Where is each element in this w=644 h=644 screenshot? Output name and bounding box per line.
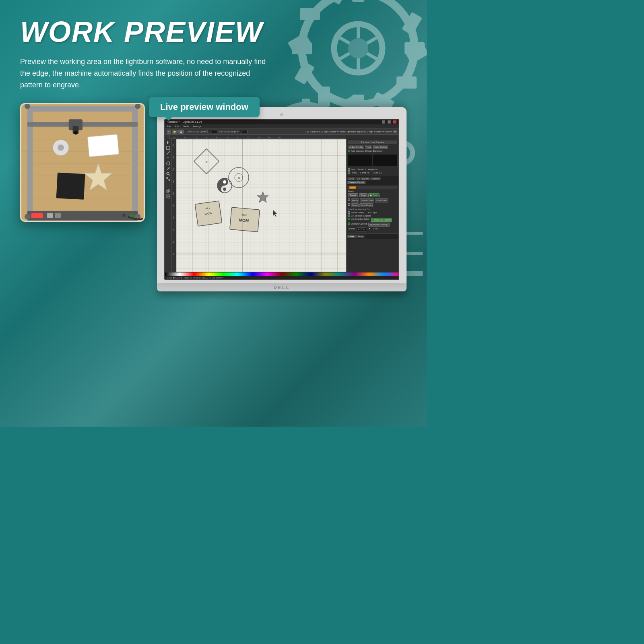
lb-home-cb[interactable] [348, 203, 350, 206]
lb-start-btn[interactable]: ▶ Start [368, 193, 380, 197]
svg-text:✿: ✿ [206, 161, 208, 163]
lb-bottom-tab-laser[interactable]: Laser [347, 235, 355, 238]
lb-close-btn[interactable]: × [393, 120, 396, 124]
lb-laser-row6: ✓ Use Selection Origin + Show Last Posit… [348, 218, 397, 222]
lb-minimize-btn[interactable]: ─ [382, 120, 385, 124]
lb-tab-camera[interactable]: Camera Control [347, 181, 365, 184]
lb-show-cb[interactable]: ✓ [348, 171, 350, 174]
lb-camera-fields: ✓ Fade Width 0.0 Height 0.0 [348, 168, 397, 171]
lb-pss-buttons: Pause Stop ▶ Start [348, 193, 397, 197]
svg-text:40: 40 [206, 136, 208, 138]
lb-tool-layers[interactable] [166, 194, 170, 198]
svg-point-63 [58, 144, 64, 151]
lb-grbl-value: GRBL [373, 227, 379, 231]
lb-run-gcode-btn[interactable]: Run GCode [375, 198, 388, 202]
lb-bottom-tab-library[interactable]: Library [355, 235, 365, 238]
svg-text:0: 0 [172, 265, 174, 266]
svg-point-125 [223, 180, 226, 184]
lb-tool-text[interactable]: T [166, 156, 170, 160]
svg-point-58 [74, 130, 78, 134]
svg-text:⚙: ⚙ [237, 176, 240, 180]
lb-colorbar [165, 272, 398, 276]
lb-rotary-cb[interactable] [348, 211, 350, 214]
lb-camera-screen-right [373, 155, 398, 166]
lb-canvas-area: ✿ ⚙ [176, 139, 346, 272]
lb-statusbar: Move ◉ Size ⊕ Rotate ⊕ Shear x: 631.00, … [165, 276, 398, 279]
lb-camera-panel: Camera: Use Camera Update Overlay Trace … [347, 139, 398, 176]
lb-fade-cb[interactable]: ✓ [348, 168, 350, 171]
lb-frame-cb[interactable] [348, 198, 350, 201]
lb-show-last-pos-btn[interactable]: + Show Last Position [371, 218, 392, 222]
lb-maximize-btn[interactable]: □ [388, 120, 391, 124]
lb-menu-file[interactable]: File [167, 125, 171, 128]
lb-frame-btn[interactable]: Frame [351, 198, 359, 202]
lb-ruler-top: -100 -80 0 40 80 120 160 200 240 [170, 135, 346, 139]
svg-text:40: 40 [172, 253, 174, 255]
lb-tool-nodes[interactable] [166, 177, 170, 181]
lb-tool-select[interactable] [166, 146, 170, 150]
laptop-container: <untitled> * - LightBurn 1.1.04 ─ □ × Fi… [157, 107, 407, 291]
lb-trace-btn[interactable]: Trace [365, 145, 373, 149]
lb-save-btn[interactable]: 💾 [178, 130, 184, 134]
lb-opt-settings-btn[interactable]: Optimization Settings [368, 223, 390, 227]
lb-auto-brightness-cb[interactable]: ✓ [365, 150, 367, 152]
svg-point-88 [167, 162, 170, 165]
lb-coords2: XPos 96.07 | Height: [219, 130, 248, 133]
lb-show-label: Show [352, 171, 357, 174]
svg-text:240: 240 [172, 192, 174, 194]
lb-settings-icon[interactable]: ⚙ [393, 130, 397, 133]
laptop-section: Live preview window <untitled> * - Light… [157, 103, 407, 291]
lb-tool-pointer[interactable] [166, 140, 170, 144]
laser-machine-photo [20, 103, 145, 222]
lb-optimize-cb[interactable]: ✓ [348, 223, 350, 225]
lb-auto-brightness-label: Auto Brightness [368, 150, 382, 152]
lb-pause-btn[interactable]: Pause [348, 193, 358, 197]
svg-text:280: 280 [268, 136, 270, 138]
lb-cut-selected-cb[interactable]: ✓ [348, 215, 350, 217]
lb-tool-pen[interactable] [166, 167, 170, 171]
lb-menu-arrange[interactable]: Arrange [193, 125, 201, 128]
svg-text:120: 120 [172, 228, 174, 231]
lb-tool-zoom[interactable] [166, 172, 170, 176]
lb-tab-move[interactable]: Move [347, 177, 355, 180]
lb-use-selection-cb[interactable]: ✓ [348, 218, 350, 220]
lb-new-btn[interactable]: □ [167, 130, 171, 134]
svg-point-68 [122, 213, 126, 218]
lb-tab-cut[interactable]: Cut / Layers [355, 177, 370, 180]
main-content: Live preview window <untitled> * - Light… [20, 103, 407, 291]
lb-grbl-label: ▼ [369, 227, 371, 231]
svg-rect-67 [55, 213, 61, 218]
lb-body: T [165, 139, 398, 272]
lb-tabs: Move Cut / Layers Console Camera Control [347, 176, 398, 185]
svg-point-72 [25, 214, 30, 219]
lb-tool-circle[interactable] [166, 161, 170, 165]
lb-open-btn[interactable]: 📂 [172, 130, 178, 134]
lb-tab-console[interactable]: Console [370, 177, 381, 180]
lb-laser-row8: Devices CO810 ▼ GRBL [348, 227, 397, 231]
lb-stop-btn[interactable]: Stop [359, 193, 367, 197]
svg-text:-80: -80 [184, 136, 187, 138]
lb-update-overlay-btn[interactable]: Update Overlay [348, 145, 364, 149]
svg-text:320: 320 [278, 136, 281, 138]
lb-goto-origin-btn[interactable]: Go to Origin [359, 203, 373, 207]
lb-laser-panel: Laser Ready Pause Stop ▶ Start [347, 185, 398, 233]
svg-line-93 [167, 178, 169, 180]
lb-laser-row4: Enable Rotary Job Origin [348, 211, 397, 214]
lb-use-selection-label: Use Selection Origin [351, 218, 369, 222]
lb-tool-draw[interactable] [166, 151, 170, 155]
lb-menu-edit[interactable]: Edit [175, 125, 179, 128]
lb-home-btn[interactable]: Home [351, 203, 359, 207]
lb-auto-exposure-cb[interactable]: ✓ [348, 150, 350, 152]
svg-line-90 [169, 174, 170, 175]
svg-text:BEST: BEST [242, 213, 247, 216]
lb-camera-screen-left [348, 155, 372, 166]
lb-device-value[interactable]: CO810 [357, 227, 366, 231]
lb-fade-row: ✓ Fade Width 0.0 Height 0.0 [348, 168, 378, 171]
lb-menu-tools[interactable]: Tools [183, 125, 189, 128]
lb-save-settings-btn[interactable]: Save Settings [373, 145, 388, 149]
lb-tool-group[interactable] [166, 189, 170, 193]
laptop-camera [280, 113, 283, 116]
lb-cut-selected-label: Cut Selected Graphics [351, 215, 371, 217]
lb-save-gcode-btn[interactable]: Save GCode [360, 198, 374, 202]
lb-yshift-label: Y Shift 0.0 [373, 171, 382, 174]
